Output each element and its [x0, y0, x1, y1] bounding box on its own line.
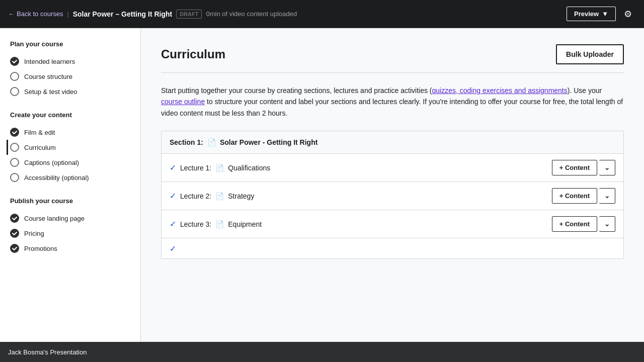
empty-circle-setup-test-video	[10, 87, 19, 96]
svg-point-3	[10, 229, 19, 238]
plan-section-title: Plan your course	[10, 40, 130, 48]
sidebar-item-curriculum[interactable]: Curriculum	[7, 140, 130, 155]
lecture-doc-icon: 📄	[215, 192, 224, 200]
check-icon-promotions	[10, 244, 19, 253]
create-section: Create your content Film & edit Curricul…	[10, 111, 130, 185]
preview-chevron-icon: ▼	[602, 10, 608, 18]
quizzes-link[interactable]: quizzes, coding exercises and assignment…	[432, 86, 568, 95]
sidebar-item-pricing[interactable]: Pricing	[10, 226, 130, 241]
section-block: Section 1: 📄 Solar Power - Getting It Ri…	[161, 131, 624, 259]
lecture-number: Lecture 3:	[180, 220, 211, 228]
svg-point-4	[10, 244, 19, 253]
content-header: Curriculum Bulk Uploader	[161, 44, 624, 73]
back-to-courses-link[interactable]: ← Back to courses	[8, 10, 63, 18]
chevron-down-icon: ⌄	[604, 192, 610, 200]
settings-button[interactable]: ⚙	[620, 7, 636, 22]
check-icon-film-edit	[10, 128, 19, 137]
content-button-1[interactable]: + Content	[552, 160, 597, 175]
svg-point-0	[10, 57, 19, 66]
topbar: ← Back to courses | Solar Power – Gettin…	[0, 0, 644, 28]
publish-section-title: Publish your course	[10, 197, 130, 205]
lecture-right: + Content ⌄	[552, 216, 615, 232]
sidebar: Plan your course Intended learners Cours…	[0, 28, 141, 342]
gear-icon: ⚙	[624, 9, 632, 19]
lecture-row: ✓ Lecture 3: 📄 Equipment + Content ⌄	[162, 210, 623, 238]
lecture-row: ✓ Lecture 1: 📄 Qualifications + Content …	[162, 154, 623, 182]
sidebar-item-promotions[interactable]: Promotions	[10, 241, 130, 256]
empty-circle-course-structure	[10, 72, 19, 81]
chevron-down-icon: ⌄	[604, 220, 610, 228]
sidebar-item-label: Setup & test video	[24, 88, 77, 96]
draft-badge: DRAFT	[176, 10, 202, 19]
sidebar-item-setup-test-video[interactable]: Setup & test video	[10, 84, 130, 99]
info-text-2: ). Use your	[568, 86, 602, 95]
svg-point-1	[10, 128, 19, 137]
check-icon-pricing	[10, 229, 19, 238]
bottom-bar-label: Jack Bosma's Presentation	[8, 348, 87, 356]
expand-button-1[interactable]: ⌄	[599, 160, 615, 175]
check-icon-intended-learners	[10, 57, 19, 66]
sidebar-item-label: Film & edit	[24, 129, 55, 136]
lecture-doc-icon: 📄	[215, 164, 224, 172]
video-info: 0min of video content uploaded	[206, 10, 297, 18]
content-button-3[interactable]: + Content	[552, 216, 597, 232]
content-area: Curriculum Bulk Uploader Start putting t…	[141, 28, 644, 342]
lecture-left: ✓ Lecture 2: 📄 Strategy	[170, 191, 254, 201]
lecture-number: Lecture 1:	[180, 164, 211, 172]
main-content: Plan your course Intended learners Cours…	[0, 28, 644, 342]
sidebar-item-label: Pricing	[24, 230, 44, 237]
sidebar-item-film-edit[interactable]: Film & edit	[10, 125, 130, 140]
sidebar-item-captions[interactable]: Captions (optional)	[10, 155, 130, 170]
check-icon-course-landing-page	[10, 214, 19, 223]
sidebar-item-label: Promotions	[24, 245, 57, 252]
sidebar-item-course-landing-page[interactable]: Course landing page	[10, 211, 130, 226]
topbar-right: Preview ▼ ⚙	[567, 7, 636, 22]
publish-section: Publish your course Course landing page …	[10, 197, 130, 256]
expand-button-3[interactable]: ⌄	[599, 216, 615, 232]
lecture-doc-icon: 📄	[215, 220, 224, 228]
lecture-check-icon: ✓	[170, 244, 176, 253]
back-label: Back to courses	[17, 10, 63, 18]
chevron-down-icon: ⌄	[604, 164, 610, 171]
lecture-title: Qualifications	[228, 164, 270, 172]
section-header: Section 1: 📄 Solar Power - Getting It Ri…	[162, 131, 623, 154]
bottom-bar: Jack Bosma's Presentation	[0, 342, 644, 362]
course-outline-link[interactable]: course outline	[161, 98, 205, 106]
lecture-left: ✓ Lecture 1: 📄 Qualifications	[170, 163, 270, 172]
plan-section: Plan your course Intended learners Cours…	[10, 40, 130, 99]
empty-circle-curriculum	[10, 143, 19, 152]
sidebar-item-accessibility[interactable]: Accessibility (optional)	[10, 170, 130, 185]
sidebar-item-label: Course landing page	[24, 215, 85, 222]
back-arrow-icon: ←	[8, 10, 15, 18]
preview-button[interactable]: Preview ▼	[567, 7, 616, 21]
content-btn-label: + Content	[559, 164, 590, 171]
info-paragraph: Start putting together your course by cr…	[161, 85, 624, 119]
section-label: Section 1:	[170, 138, 203, 146]
lecture-left: ✓ Lecture 3: 📄 Equipment	[170, 219, 262, 229]
empty-circle-captions	[10, 158, 19, 167]
info-text-1: Start putting together your course by cr…	[161, 86, 432, 95]
page-title: Curriculum	[161, 47, 225, 61]
lecture-number: Lecture 2:	[180, 192, 211, 200]
section-title: Solar Power - Getting It Right	[220, 138, 317, 146]
preview-label: Preview	[574, 10, 599, 18]
lecture-check-icon: ✓	[170, 219, 176, 229]
lecture-row: ✓ Lecture 2: 📄 Strategy + Content ⌄	[162, 182, 623, 210]
empty-circle-accessibility	[10, 173, 19, 182]
content-button-2[interactable]: + Content	[552, 188, 597, 204]
info-text-3: to structure your content and label your…	[161, 98, 623, 117]
sidebar-item-course-structure[interactable]: Course structure	[10, 69, 130, 84]
lecture-right: + Content ⌄	[552, 188, 615, 204]
sidebar-item-intended-learners[interactable]: Intended learners	[10, 54, 130, 69]
bulk-uploader-button[interactable]: Bulk Uploader	[556, 44, 624, 64]
lecture-check-icon: ✓	[170, 191, 176, 201]
topbar-left: ← Back to courses | Solar Power – Gettin…	[8, 10, 560, 19]
expand-button-2[interactable]: ⌄	[599, 188, 615, 204]
lecture-row-partial: ✓ + Content	[162, 238, 623, 258]
create-section-title: Create your content	[10, 111, 130, 119]
topbar-divider: |	[67, 11, 69, 18]
lecture-right-partial: + Content	[570, 241, 615, 256]
svg-point-2	[10, 214, 19, 223]
lecture-check-icon: ✓	[170, 163, 176, 172]
sidebar-item-label: Accessibility (optional)	[24, 174, 89, 182]
